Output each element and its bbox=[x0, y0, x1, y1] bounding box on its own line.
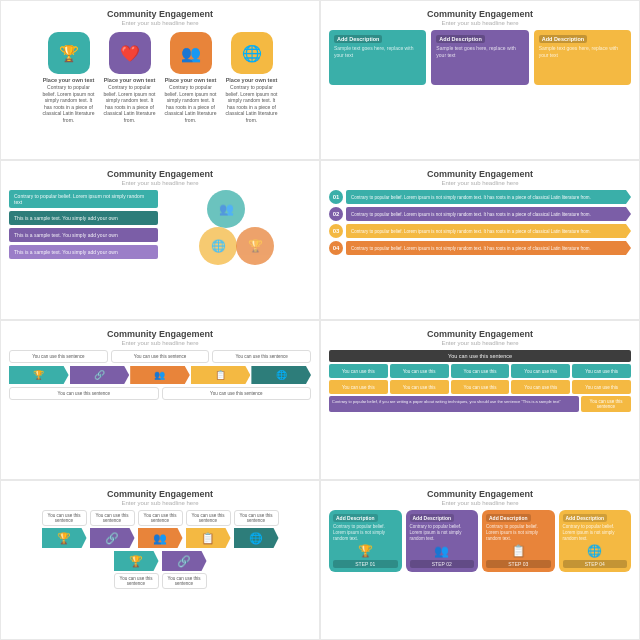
flow-arrow-5: 🌐 bbox=[251, 366, 311, 384]
grid-cell-2-4: You can use this bbox=[511, 380, 570, 394]
grid-cell-1-2: You can use this bbox=[390, 364, 449, 378]
icon-square-3: 👥 bbox=[170, 32, 212, 74]
grid-cell-2-2: You can use this bbox=[390, 380, 449, 394]
panel-3: Community Engagement Enter your sub head… bbox=[0, 160, 320, 320]
panel-7-subtitle: Enter your sub headline here bbox=[121, 500, 198, 506]
step-card-step-4: STEP 04 bbox=[563, 560, 628, 568]
top-box-2: You can use this sentence bbox=[111, 350, 210, 363]
step-card-text-2: Contrary to popular belief. Lorem ipsum … bbox=[410, 524, 475, 542]
num-arrow-3: Contrary to popular belief. Lorem ipsum … bbox=[346, 224, 631, 238]
arrow-flow: 🏆 🔗 👥 📋 🌐 bbox=[9, 366, 311, 384]
step-arrow-1: 🏆 bbox=[42, 528, 87, 548]
bottom-row: You can use this sentence You can use th… bbox=[9, 387, 311, 400]
panel-3-subtitle: Enter your sub headline here bbox=[121, 180, 198, 186]
arrow-list: Contrary to popular belief. Lorem ipsum … bbox=[9, 190, 158, 265]
grid-cell-2-1: You can use this bbox=[329, 380, 388, 394]
venn-circle-left: 🌐 bbox=[199, 227, 237, 265]
step-card-text-1: Contrary to popular belief. Lorem ipsum … bbox=[333, 524, 398, 542]
grid-cell-1-4: You can use this bbox=[511, 364, 570, 378]
panel-8-content: Add Description Contrary to popular beli… bbox=[329, 510, 631, 572]
grid-cell-2-5: You can use this bbox=[572, 380, 631, 394]
icon-label-4: Place your own text Contrary to popular … bbox=[224, 77, 279, 123]
step-card-step-2: STEP 02 bbox=[410, 560, 475, 568]
step-card-1: Add Description Contrary to popular beli… bbox=[329, 510, 402, 572]
step-card-icon-1: 🏆 bbox=[333, 544, 398, 558]
panel-4-content: 01 Contrary to popular belief. Lorem ips… bbox=[329, 190, 631, 255]
grid-cell-1-3: You can use this bbox=[451, 364, 510, 378]
num-row-1: 01 Contrary to popular belief. Lorem ips… bbox=[329, 190, 631, 204]
p6-grid-row2: You can use this You can use this You ca… bbox=[329, 380, 631, 394]
panel-7-title: Community Engagement bbox=[107, 489, 213, 499]
icon-box-4: 🌐 Place your own text Contrary to popula… bbox=[224, 32, 279, 123]
step-arrow-3: 👥 bbox=[138, 528, 183, 548]
step-arrow-4: 📋 bbox=[186, 528, 231, 548]
step-top-2: You can use this sentence bbox=[90, 510, 135, 526]
panel-6-subtitle: Enter your sub headline here bbox=[441, 340, 518, 346]
step-bot-arrow-1: 🏆 bbox=[114, 551, 159, 571]
step-card-icon-4: 🌐 bbox=[563, 544, 628, 558]
panel-2-title: Community Engagement bbox=[427, 9, 533, 19]
panel-5: Community Engagement Enter your sub head… bbox=[0, 320, 320, 480]
panel-5-content: You can use this sentence You can use th… bbox=[9, 350, 311, 400]
icon-square-4: 🌐 bbox=[231, 32, 273, 74]
num-badge-4: 04 bbox=[329, 241, 343, 255]
desc-card-1: Add Description Sample text goes here, r… bbox=[329, 30, 426, 85]
step-card-title-3: Add Description bbox=[486, 514, 531, 522]
num-arrow-1: Contrary to popular belief. Lorem ipsum … bbox=[346, 190, 631, 204]
icon-label-3: Place your own text Contrary to popular … bbox=[163, 77, 218, 123]
step-top-5: You can use this sentence bbox=[234, 510, 279, 526]
top-row: You can use this sentence You can use th… bbox=[9, 350, 311, 363]
desc-card-2: Add Description Sample text goes here, r… bbox=[431, 30, 528, 85]
step-top-row: You can use this sentence 🏆 You can use … bbox=[9, 510, 311, 548]
venn-diagram: 👥 🌐 🏆 bbox=[162, 190, 311, 265]
step-bot-arrow-2: 🔗 bbox=[162, 551, 207, 571]
panel-4-title: Community Engagement bbox=[427, 169, 533, 179]
step-card-icon-3: 📋 bbox=[486, 544, 551, 558]
step-item-4: You can use this sentence 📋 bbox=[186, 510, 231, 548]
icon-square-1: 🏆 bbox=[48, 32, 90, 74]
flow-arrow-2: 🔗 bbox=[70, 366, 130, 384]
card-2-text: Sample text goes here, replace with your… bbox=[436, 45, 523, 59]
num-row-2: 02 Contrary to popular belief. Lorem ips… bbox=[329, 207, 631, 221]
step-card-icon-2: 👥 bbox=[410, 544, 475, 558]
desc-card-3: Add Description Sample text goes here, r… bbox=[534, 30, 631, 85]
panel-6-title: Community Engagement bbox=[427, 329, 533, 339]
p6-long-text: Contrary to popular belief, if you are w… bbox=[329, 396, 579, 412]
step-item-2: You can use this sentence 🔗 bbox=[90, 510, 135, 548]
card-3-text: Sample text goes here, replace with your… bbox=[539, 45, 626, 59]
grid-cell-1-5: You can use this bbox=[572, 364, 631, 378]
bottom-box-2: You can use this sentence bbox=[162, 387, 312, 400]
num-row-3: 03 Contrary to popular belief. Lorem ips… bbox=[329, 224, 631, 238]
panel-2: Community Engagement Enter your sub head… bbox=[320, 0, 640, 160]
panel-6-content: You can use this sentence You can use th… bbox=[329, 350, 631, 412]
step-card-3: Add Description Contrary to popular beli… bbox=[482, 510, 555, 572]
flow-arrow-1: 🏆 bbox=[9, 366, 69, 384]
step-bot-2: 🔗 You can use this sentence bbox=[162, 551, 207, 589]
panel-2-subtitle: Enter your sub headline here bbox=[441, 20, 518, 26]
step-card-text-3: Contrary to popular belief. Lorem ipsum … bbox=[486, 524, 551, 542]
step-card-4: Add Description Contrary to popular beli… bbox=[559, 510, 632, 572]
step-item-3: You can use this sentence 👥 bbox=[138, 510, 183, 548]
step-item-5: You can use this sentence 🌐 bbox=[234, 510, 279, 548]
arrow-item-2: This is a sample text. You simply add yo… bbox=[9, 211, 158, 225]
p6-grid-row1: You can use this You can use this You ca… bbox=[329, 364, 631, 378]
step-item-1: You can use this sentence 🏆 bbox=[42, 510, 87, 548]
step-bot-label-2: You can use this sentence bbox=[162, 573, 207, 589]
p6-header: You can use this sentence bbox=[329, 350, 631, 362]
step-arrow-2: 🔗 bbox=[90, 528, 135, 548]
bottom-box-1: You can use this sentence bbox=[9, 387, 159, 400]
step-card-text-4: Contrary to popular belief. Lorem ipsum … bbox=[563, 524, 628, 542]
step-top-4: You can use this sentence bbox=[186, 510, 231, 526]
icon-box-3: 👥 Place your own text Contrary to popula… bbox=[163, 32, 218, 123]
step-card-title-1: Add Description bbox=[333, 514, 378, 522]
step-card-step-3: STEP 03 bbox=[486, 560, 551, 568]
panel-2-content: Add Description Sample text goes here, r… bbox=[329, 30, 631, 85]
panel-1-content: 🏆 Place your own text Contrary to popula… bbox=[9, 32, 311, 123]
grid-cell-1-1: You can use this bbox=[329, 364, 388, 378]
panel-4-subtitle: Enter your sub headline here bbox=[441, 180, 518, 186]
top-box-3: You can use this sentence bbox=[212, 350, 311, 363]
grid-cell-2-3: You can use this bbox=[451, 380, 510, 394]
icon-box-2: ❤️ Place your own text Contrary to popul… bbox=[102, 32, 157, 123]
panel-1: Community Engagement Enter your sub head… bbox=[0, 0, 320, 160]
num-badge-2: 02 bbox=[329, 207, 343, 221]
